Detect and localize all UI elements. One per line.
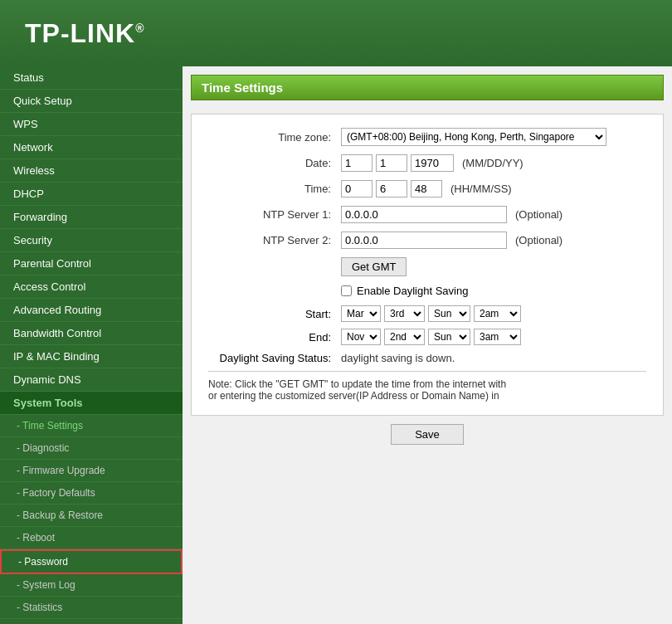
save-button[interactable]: Save	[391, 424, 464, 445]
ntp1-row: NTP Server 1: (Optional)	[208, 206, 646, 223]
date-year-input[interactable]	[411, 154, 454, 172]
time-settings-form: Time zone: (GMT+08:00) Beijing, Hong Kon…	[191, 114, 664, 416]
timezone-row: Time zone: (GMT+08:00) Beijing, Hong Kon…	[208, 128, 646, 146]
logo-reg: ®	[135, 22, 144, 35]
sidebar-item-time-settings[interactable]: - Time Settings	[0, 415, 183, 437]
logo: TP-LINK®	[25, 18, 145, 49]
sidebar-item-system-tools[interactable]: System Tools	[0, 392, 183, 415]
ntp1-label: NTP Server 1:	[208, 208, 341, 221]
dst-end-row: End: NovJanFebMarApr 2nd1st3rd4thLast Su…	[208, 329, 646, 345]
timezone-select[interactable]: (GMT+08:00) Beijing, Hong Kong, Perth, S…	[341, 128, 606, 146]
ntp1-input[interactable]	[341, 206, 507, 223]
sidebar-item-system-log[interactable]: - System Log	[0, 574, 183, 597]
enable-dst-label: Enable Daylight Saving	[357, 285, 468, 297]
time-sec-input[interactable]	[411, 180, 442, 197]
timezone-label: Time zone:	[208, 131, 341, 144]
dst-status-label: Daylight Saving Status:	[208, 352, 341, 364]
sidebar: Status Quick Setup WPS Network Wireless …	[0, 66, 183, 624]
ntp2-label: NTP Server 2:	[208, 234, 341, 246]
sidebar-item-status[interactable]: Status	[0, 66, 183, 90]
enable-dst-row: Enable Daylight Saving	[208, 285, 646, 297]
sidebar-item-parental-control[interactable]: Parental Control	[0, 252, 183, 275]
time-label: Time:	[208, 183, 341, 195]
note-area: Note: Click the "GET GMT" to update the …	[208, 371, 646, 402]
ntp2-row: NTP Server 2: (Optional)	[208, 232, 646, 249]
ntp2-input[interactable]	[341, 232, 507, 249]
main-content: Time Settings Time zone: (GMT+08:00) Bei…	[183, 66, 672, 624]
sidebar-item-security[interactable]: Security	[0, 229, 183, 252]
time-hour-input[interactable]	[341, 180, 373, 197]
dst-start-label: Start:	[208, 308, 341, 320]
ntp1-hint: (Optional)	[515, 208, 562, 221]
date-month-input[interactable]	[341, 154, 373, 172]
ntp2-control: (Optional)	[341, 232, 562, 249]
logo-text: TP-LINK	[25, 18, 135, 48]
sidebar-item-dhcp[interactable]: DHCP	[0, 183, 183, 206]
section-title: Time Settings	[191, 75, 664, 100]
date-format-hint: (MM/DD/YY)	[462, 157, 523, 169]
note-line2: or entering the customized server(IP Add…	[208, 390, 646, 402]
date-control: (MM/DD/YY)	[341, 154, 523, 172]
dst-end-time-select[interactable]: 3am1am2am12am	[474, 329, 521, 345]
sidebar-item-bandwidth-control[interactable]: Bandwidth Control	[0, 322, 183, 345]
sidebar-item-ip-mac-binding[interactable]: IP & MAC Binding	[0, 345, 183, 368]
sidebar-item-wps[interactable]: WPS	[0, 113, 183, 136]
sidebar-item-factory-defaults[interactable]: - Factory Defaults	[0, 482, 183, 505]
header: TP-LINK®	[0, 0, 672, 66]
dst-end-month-select[interactable]: NovJanFebMarApr	[341, 329, 381, 345]
enable-dst-checkbox[interactable]	[341, 285, 352, 296]
time-format-hint: (HH/MM/SS)	[450, 183, 512, 195]
dst-end-week-select[interactable]: 2nd1st3rd4thLast	[384, 329, 425, 345]
timezone-control: (GMT+08:00) Beijing, Hong Kong, Perth, S…	[341, 128, 606, 146]
ntp1-control: (Optional)	[341, 206, 562, 223]
time-min-input[interactable]	[376, 180, 407, 197]
dst-status-value: daylight saving is down.	[341, 352, 455, 364]
sidebar-item-forwarding[interactable]: Forwarding	[0, 206, 183, 229]
note-line1: Note: Click the "GET GMT" to update the …	[208, 378, 646, 390]
sidebar-item-advanced-routing[interactable]: Advanced Routing	[0, 299, 183, 322]
ntp2-hint: (Optional)	[515, 234, 562, 246]
sidebar-item-wireless[interactable]: Wireless	[0, 159, 183, 183]
time-control: (HH/MM/SS)	[341, 180, 512, 197]
save-row: Save	[191, 424, 664, 445]
sidebar-item-quick-setup[interactable]: Quick Setup	[0, 90, 183, 113]
date-row: Date: (MM/DD/YY)	[208, 154, 646, 172]
dst-start-week-select[interactable]: 3rd1st2nd4thLast	[384, 305, 425, 322]
dst-start-time-select[interactable]: 2am1am3am12am	[474, 305, 521, 322]
dst-status-row: Daylight Saving Status: daylight saving …	[208, 352, 646, 364]
dst-start-day-select[interactable]: SunMonTueWed	[428, 305, 470, 322]
sidebar-item-dynamic-dns[interactable]: Dynamic DNS	[0, 368, 183, 392]
get-gmt-button[interactable]: Get GMT	[341, 257, 407, 276]
time-row: Time: (HH/MM/SS)	[208, 180, 646, 197]
dst-start-row: Start: MarJanFebAprNov 3rd1st2nd4thLast …	[208, 305, 646, 322]
date-day-input[interactable]	[376, 154, 407, 172]
dst-end-label: End:	[208, 331, 341, 344]
sidebar-item-password[interactable]: - Password	[0, 549, 183, 574]
sidebar-item-diagnostic[interactable]: - Diagnostic	[0, 437, 183, 460]
sidebar-item-reboot[interactable]: - Reboot	[0, 527, 183, 549]
sidebar-item-backup-restore[interactable]: - Backup & Restore	[0, 505, 183, 527]
get-gmt-row: Get GMT	[208, 257, 646, 276]
sidebar-item-access-control[interactable]: Access Control	[0, 275, 183, 299]
sidebar-item-firmware-upgrade[interactable]: - Firmware Upgrade	[0, 460, 183, 482]
dst-start-month-select[interactable]: MarJanFebAprNov	[341, 305, 381, 322]
sidebar-item-statistics[interactable]: - Statistics	[0, 597, 183, 619]
sidebar-item-network[interactable]: Network	[0, 136, 183, 159]
date-label: Date:	[208, 157, 341, 169]
dst-end-day-select[interactable]: SunMonTueWed	[428, 329, 470, 345]
